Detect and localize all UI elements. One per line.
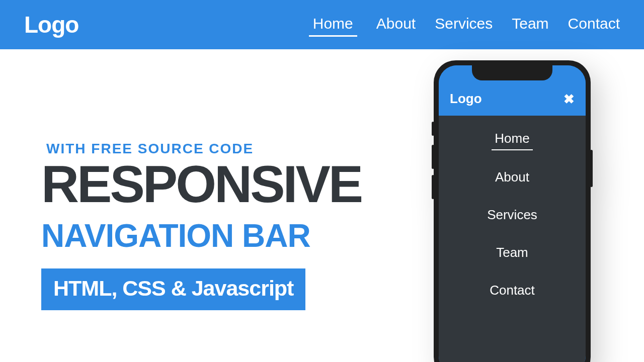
- nav-link-team[interactable]: Team: [512, 13, 548, 37]
- nav-links: Home About Services Team Contact: [309, 13, 620, 37]
- phone-screen: Logo ✖ Home About Services Team Contact: [439, 65, 586, 362]
- close-icon[interactable]: ✖: [564, 93, 575, 107]
- site-logo[interactable]: Logo: [24, 11, 78, 38]
- nav-link-services[interactable]: Services: [435, 13, 493, 37]
- hero-tech-badge: HTML, CSS & Javascript: [41, 268, 305, 310]
- nav-link-home[interactable]: Home: [309, 13, 357, 37]
- nav-link-about[interactable]: About: [376, 13, 416, 37]
- phone-side-button: [590, 150, 593, 187]
- hero-subheadline: NAVIGATION BAR: [41, 217, 393, 254]
- phone-body: Logo ✖ Home About Services Team Contact: [434, 60, 591, 362]
- phone-side-button: [432, 122, 434, 136]
- phone-side-button: [432, 145, 434, 169]
- hero-headline: RESPONSIVE: [41, 161, 393, 208]
- hero-section: WITH FREE SOURCE CODE RESPONSIVE NAVIGAT…: [41, 141, 393, 310]
- mobile-link-team[interactable]: Team: [496, 244, 528, 263]
- mobile-link-home[interactable]: Home: [492, 130, 532, 150]
- phone-mockup: Logo ✖ Home About Services Team Contact: [434, 60, 591, 362]
- phone-side-button: [432, 175, 434, 199]
- mobile-link-about[interactable]: About: [495, 168, 529, 188]
- mobile-link-contact[interactable]: Contact: [490, 282, 535, 301]
- phone-notch: [472, 65, 552, 80]
- mobile-logo[interactable]: Logo: [450, 91, 482, 107]
- mobile-link-services[interactable]: Services: [487, 206, 537, 226]
- desktop-navbar: Logo Home About Services Team Contact: [0, 0, 644, 49]
- mobile-menu: Home About Services Team Contact: [439, 116, 586, 362]
- nav-link-contact[interactable]: Contact: [568, 13, 620, 37]
